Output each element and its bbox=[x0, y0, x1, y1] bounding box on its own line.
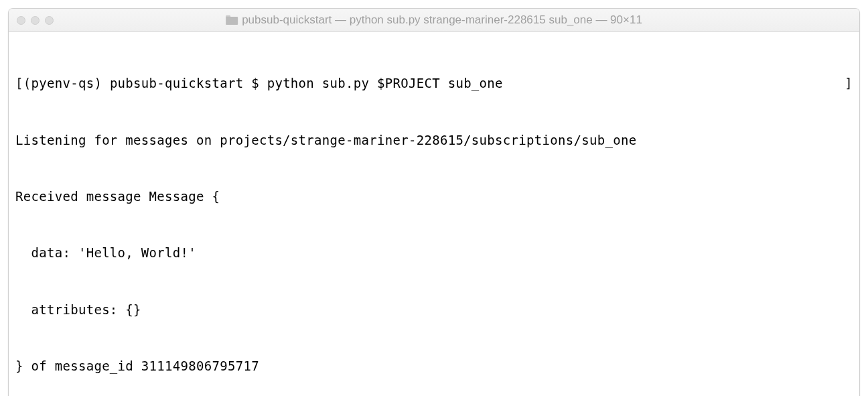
folder-icon bbox=[226, 15, 238, 25]
output-line: } of message_id 311149806795717 bbox=[15, 356, 853, 375]
output-line: attributes: {} bbox=[15, 300, 853, 319]
minimize-icon[interactable] bbox=[31, 16, 40, 25]
zoom-icon[interactable] bbox=[45, 16, 54, 25]
output-line: data: 'Hello, World!' bbox=[15, 243, 853, 262]
window-title: pubsub-quickstart — python sub.py strang… bbox=[226, 13, 642, 27]
title-text: pubsub-quickstart — python sub.py strang… bbox=[242, 13, 642, 27]
command-line: [(pyenv-qs) pubsub-quickstart $ python s… bbox=[15, 74, 853, 92]
traffic-lights bbox=[17, 16, 54, 25]
output-line: Listening for messages on projects/stran… bbox=[15, 131, 853, 149]
terminal-window-subscriber: pubsub-quickstart — python sub.py strang… bbox=[8, 8, 860, 396]
title-bar[interactable]: pubsub-quickstart — python sub.py strang… bbox=[9, 9, 859, 32]
output-line: Received message Message { bbox=[15, 187, 853, 206]
terminal-content[interactable]: [(pyenv-qs) pubsub-quickstart $ python s… bbox=[9, 32, 859, 396]
close-icon[interactable] bbox=[17, 16, 25, 25]
